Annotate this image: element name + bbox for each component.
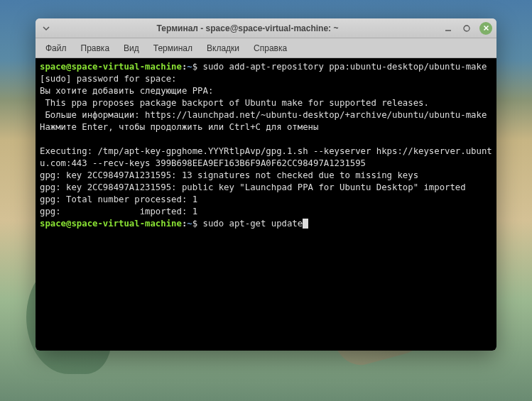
minimize-button[interactable] bbox=[443, 23, 454, 34]
terminal-window: Терминал - space@space-virtual-machine: … bbox=[36, 18, 496, 351]
cursor bbox=[303, 219, 308, 229]
command-2: sudo apt-get update bbox=[197, 219, 303, 229]
window-title: Терминал - space@space-virtual-machine: … bbox=[53, 23, 443, 33]
menu-tabs[interactable]: Вкладки bbox=[201, 40, 245, 56]
svg-point-1 bbox=[464, 26, 469, 31]
menu-file[interactable]: Файл bbox=[40, 40, 72, 56]
output-line: gpg: key 2CC98497A1231595: 13 signatures… bbox=[40, 170, 418, 180]
prompt-path: ~ bbox=[187, 219, 192, 229]
output-line: This ppa proposes package backport of Ub… bbox=[40, 98, 429, 108]
prompt-symbol: $ bbox=[192, 62, 197, 72]
window-menu-icon[interactable] bbox=[40, 22, 53, 35]
output-line: Вы хотите добавить следующие PPA: bbox=[40, 86, 213, 96]
menu-terminal[interactable]: Терминал bbox=[148, 40, 198, 56]
output-line: Executing: /tmp/apt-key-gpghome.YYYRtlpA… bbox=[40, 146, 492, 168]
command-1: sudo add-apt-repository ppa:ubuntu-deskt… bbox=[197, 62, 487, 72]
menu-help[interactable]: Справка bbox=[248, 40, 293, 56]
menubar: Файл Правка Вид Терминал Вкладки Справка bbox=[36, 38, 496, 58]
output-line: Нажмите Enter, чтобы продолжить или Ctrl… bbox=[40, 122, 318, 132]
prompt-symbol: $ bbox=[192, 219, 197, 229]
maximize-button[interactable] bbox=[461, 23, 472, 34]
prompt-userhost: space@space-virtual-machine bbox=[40, 62, 182, 72]
output-line: gpg: key 2CC98497A1231595: public key "L… bbox=[40, 182, 466, 192]
menu-view[interactable]: Вид bbox=[118, 40, 145, 56]
terminal-content[interactable]: space@space-virtual-machine:~$ sudo add-… bbox=[36, 58, 496, 351]
output-line: gpg: Total number processed: 1 bbox=[40, 194, 197, 204]
prompt-userhost: space@space-virtual-machine bbox=[40, 219, 182, 229]
output-line: gpg: imported: 1 bbox=[40, 207, 197, 216]
prompt-path: ~ bbox=[187, 62, 192, 72]
close-button[interactable] bbox=[479, 22, 492, 35]
menu-edit[interactable]: Правка bbox=[75, 40, 116, 56]
window-controls bbox=[443, 22, 492, 35]
output-line: [sudo] password for space: bbox=[40, 74, 177, 84]
output-line: Больше информации: https://launchpad.net… bbox=[40, 110, 487, 120]
titlebar: Терминал - space@space-virtual-machine: … bbox=[36, 18, 496, 38]
